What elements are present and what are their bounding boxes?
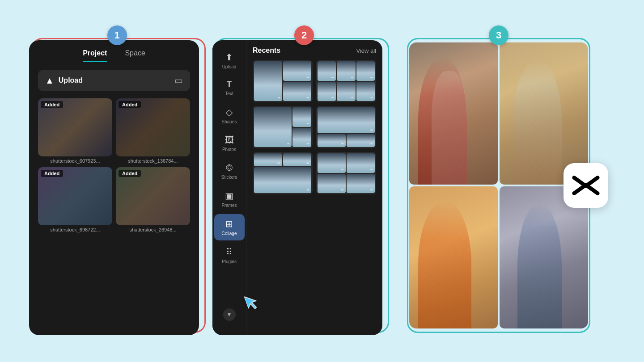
ct-cell: [254, 153, 282, 166]
ct-cell: [356, 82, 375, 101]
added-badge-2: Added: [119, 101, 141, 108]
ct-cell: [347, 174, 375, 194]
photos-sidebar-label: Photos: [222, 147, 236, 152]
added-badge-4: Added: [119, 170, 141, 177]
panel3-photo-grid: [409, 42, 588, 328]
collage-icon: ⊞: [225, 219, 233, 229]
step-number-2: 2: [301, 29, 307, 41]
panel2-wrapper: 2 ⬆ Upload T Text ◇ Shapes 🖼: [210, 34, 398, 337]
upload-cloud-icon: ▲: [45, 76, 54, 86]
sidebar-item-stickers[interactable]: © Stickers: [214, 158, 245, 184]
ct-cell: [347, 134, 375, 147]
ct-cell: [337, 61, 355, 81]
photo-label-2: shutterstock_136784...: [116, 158, 190, 164]
recents-header: Recents View all: [253, 46, 376, 55]
collage-template-1[interactable]: [253, 60, 313, 102]
ct-cell: [292, 107, 311, 127]
upload-label: Upload: [59, 76, 83, 84]
ct-cell: [318, 61, 336, 81]
ct-cell: [356, 61, 375, 81]
ct-cell: [254, 167, 311, 193]
photo-wrapper-2: Added shutterstock_136784...: [116, 98, 190, 164]
sidebar-item-collage[interactable]: ⊞ Collage: [214, 214, 245, 240]
view-all-link[interactable]: View all: [356, 47, 376, 54]
sidebar-item-photos[interactable]: 🖼 Photos: [214, 130, 245, 156]
text-sidebar-label: Text: [225, 91, 233, 96]
ct-cell: [283, 82, 311, 101]
photo-wrapper-3: Added shutterstock_696722...: [38, 167, 112, 232]
photo-label-3: shutterstock_696722...: [38, 227, 112, 232]
photos-icon: 🖼: [225, 135, 234, 145]
panel2: ⬆ Upload T Text ◇ Shapes 🖼 Photos © S: [212, 40, 382, 335]
tab-space[interactable]: Space: [125, 49, 145, 62]
result-photo-1: [409, 42, 498, 185]
step-number-1: 1: [114, 29, 119, 41]
step-badge-1: 1: [107, 25, 127, 45]
collage-template-3[interactable]: [253, 106, 313, 148]
device-icon: ▭: [174, 75, 183, 86]
stickers-sidebar-label: Stickers: [221, 175, 237, 180]
shapes-icon: ◇: [226, 107, 233, 118]
step-badge-3: 3: [489, 25, 508, 45]
added-badge-3: Added: [41, 170, 63, 177]
ct-cell: [347, 153, 375, 173]
photo-item-2[interactable]: Added: [116, 98, 190, 156]
plugins-sidebar-label: Plugins: [222, 259, 237, 264]
sidebar-item-plugins[interactable]: ⠿ Plugins: [214, 242, 245, 269]
ct-cell: [283, 153, 311, 166]
tab-project[interactable]: Project: [83, 49, 107, 62]
sidebar-item-upload[interactable]: ⬆ Upload: [214, 47, 245, 74]
ct-cell: [283, 61, 311, 81]
frames-icon: ▣: [225, 190, 233, 201]
photo-grid: Added shutterstock_607923... Added shutt…: [29, 91, 199, 240]
plugins-icon: ⠿: [226, 247, 233, 257]
upload-icon: ⬆: [225, 52, 233, 63]
panel3-wrapper: 3: [402, 34, 595, 337]
collage-template-4[interactable]: [316, 106, 376, 148]
step-number-3: 3: [496, 29, 501, 41]
collage-template-2[interactable]: [316, 60, 376, 102]
photo-label-4: shutterstock_26948...: [116, 227, 190, 232]
collage-sidebar-label: Collage: [222, 231, 237, 236]
panel1: Project Space ▲ Upload ▭ Added shutterst…: [29, 40, 199, 335]
sidebar-item-frames[interactable]: ▣ Frames: [214, 186, 245, 212]
ct-cell: [318, 82, 336, 101]
text-icon: T: [227, 80, 232, 89]
photo-label-1: shutterstock_607923...: [38, 158, 112, 164]
collage-template-5[interactable]: [253, 152, 313, 194]
added-badge-1: Added: [41, 101, 63, 108]
ct-cell: [318, 107, 375, 133]
shapes-sidebar-label: Shapes: [222, 119, 237, 124]
upload-sidebar-label: Upload: [222, 64, 237, 69]
frames-sidebar-label: Frames: [222, 203, 237, 208]
collage-template-6[interactable]: [316, 152, 376, 194]
sidebar-item-shapes[interactable]: ◇ Shapes: [214, 102, 245, 129]
sidebar-item-text[interactable]: T Text: [214, 76, 245, 101]
ct-cell: [292, 128, 311, 147]
ct-cell: [318, 153, 346, 173]
photo-item-4[interactable]: Added: [116, 167, 190, 225]
main-container: 1 Project Space ▲ Upload ▭ Added: [27, 20, 617, 342]
result-photo-3: [409, 186, 498, 328]
sidebar: ⬆ Upload T Text ◇ Shapes 🖼 Photos © S: [212, 40, 246, 335]
photo-wrapper-1: Added shutterstock_607923...: [38, 98, 112, 164]
capcut-logo: [564, 163, 608, 208]
photo-item-1[interactable]: Added: [38, 98, 112, 156]
photo-item-3[interactable]: Added: [38, 167, 112, 225]
upload-button[interactable]: ▲ Upload ▭: [38, 70, 190, 91]
ct-cell: [254, 107, 292, 147]
ct-cell: [318, 134, 346, 147]
content-area: Recents View all: [246, 40, 382, 335]
collage-template-grid: [253, 60, 376, 194]
panel1-wrapper: 1 Project Space ▲ Upload ▭ Added: [27, 34, 215, 337]
ct-cell: [318, 174, 346, 194]
sidebar-down-button[interactable]: ▼: [223, 308, 236, 321]
ct-cell: [254, 61, 282, 101]
recents-title: Recents: [253, 46, 280, 55]
ct-cell: [337, 82, 355, 101]
photo-wrapper-4: Added shutterstock_26948...: [116, 167, 190, 232]
step-badge-2: 2: [294, 25, 314, 45]
stickers-icon: ©: [226, 163, 233, 173]
